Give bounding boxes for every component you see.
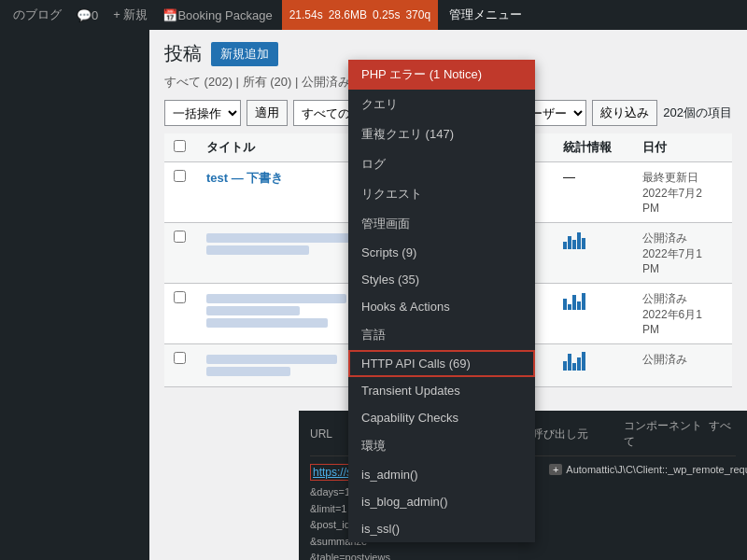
row-date: 公開済み 2022年7月1 PM bbox=[633, 223, 732, 284]
row-checkbox bbox=[164, 284, 197, 344]
caller-col-header: 呼び出し元 bbox=[532, 427, 605, 442]
col-checkbox bbox=[164, 133, 197, 162]
debug-queries: 370q bbox=[405, 8, 430, 21]
select-all-checkbox[interactable] bbox=[174, 140, 186, 152]
dropdown-item-capability[interactable]: Capability Checks bbox=[348, 404, 535, 431]
row-checkbox bbox=[164, 344, 197, 387]
date-value: 2022年7月2 bbox=[642, 186, 723, 202]
dropdown-item-hooks[interactable]: Hooks & Actions bbox=[348, 293, 535, 320]
dropdown-item-duplicate-query[interactable]: 重複クエリ (147) bbox=[348, 119, 535, 149]
new-post-btn[interactable]: + 新規 bbox=[107, 0, 153, 30]
comment-icon[interactable]: 💬 0 bbox=[71, 0, 104, 30]
date-value: 2022年7月1 bbox=[642, 246, 723, 262]
bar-2 bbox=[568, 354, 571, 371]
admin-menu[interactable]: 管理メニュー bbox=[442, 0, 529, 30]
page-title: 投稿 bbox=[164, 41, 202, 66]
debug-query-time: 0.25s bbox=[373, 8, 400, 21]
dropdown-item-http-api[interactable]: HTTP API Calls (69) bbox=[348, 350, 535, 377]
row-select-checkbox[interactable] bbox=[174, 231, 186, 243]
blurred-title bbox=[206, 355, 337, 364]
caller-header-label: 呼び出し元 bbox=[532, 427, 588, 441]
date-label: 公開済み bbox=[642, 352, 723, 368]
bar-2 bbox=[568, 304, 571, 310]
dropdown-item-is-blog-admin[interactable]: is_blog_admin() bbox=[348, 488, 535, 515]
row-date: 公開済み 2022年6月1 PM bbox=[633, 284, 732, 344]
dropdown-item-language[interactable]: 言語 bbox=[348, 320, 535, 350]
item-count: 202個の項目 bbox=[663, 105, 732, 121]
bar-3 bbox=[572, 295, 576, 310]
url-header-label: URL bbox=[310, 427, 332, 441]
row-stats bbox=[554, 344, 633, 387]
filter-button[interactable]: 絞り込み bbox=[592, 100, 657, 126]
apply-button[interactable]: 適用 bbox=[247, 100, 288, 126]
dropdown-item-log[interactable]: ログ bbox=[348, 149, 535, 179]
dropdown-item-is-admin[interactable]: is_admin() bbox=[348, 461, 535, 488]
blurred-title-2 bbox=[206, 306, 300, 315]
blurred-title bbox=[206, 294, 346, 303]
debug-time: 21.54s bbox=[289, 8, 323, 21]
admin-bar: のブログ 💬 0 + 新規 📅 Booking Package 21.54s 2… bbox=[0, 0, 747, 30]
stats-bar bbox=[563, 352, 624, 371]
bar-1 bbox=[563, 299, 567, 310]
bar-4 bbox=[577, 357, 581, 371]
sidebar bbox=[0, 30, 149, 560]
row-date: 最終更新日 2022年7月2 PM bbox=[633, 162, 732, 223]
date-label: 公開済み bbox=[642, 291, 723, 307]
main-content: 投稿 新規追加 すべて (202) | 所有 (20) | 公開済み (198)… bbox=[0, 30, 747, 560]
post-title-link[interactable]: test — 下書き bbox=[206, 171, 283, 185]
date-time: PM bbox=[642, 202, 723, 215]
dropdown-item-transient[interactable]: Transient Updates bbox=[348, 377, 535, 404]
row-checkbox bbox=[164, 223, 197, 284]
bar-4 bbox=[577, 301, 581, 310]
bar-3 bbox=[572, 363, 576, 371]
col-date: 日付 bbox=[633, 133, 732, 162]
dropdown-item-php-error[interactable]: PHP エラー (1 Notice) bbox=[348, 60, 535, 90]
booking-package-menu[interactable]: 📅 Booking Package bbox=[157, 0, 277, 30]
blurred-title-2 bbox=[206, 367, 290, 376]
caller-expand-btn[interactable]: + bbox=[549, 464, 562, 475]
bar-5 bbox=[582, 352, 585, 371]
blurred-title-2 bbox=[206, 245, 309, 255]
dropdown-item-environment[interactable]: 環境 bbox=[348, 431, 535, 461]
dropdown-item-request[interactable]: リクエスト bbox=[348, 179, 535, 209]
bar-1 bbox=[563, 242, 567, 249]
col-stats: 統計情報 bbox=[554, 133, 633, 162]
dropdown-item-admin[interactable]: 管理画面 bbox=[348, 209, 535, 239]
row-stats bbox=[554, 223, 633, 284]
blurred-title bbox=[206, 233, 356, 243]
debug-dropdown-menu: PHP エラー (1 Notice) クエリ 重複クエリ (147) ログ リク… bbox=[348, 60, 535, 542]
row-date: 公開済み bbox=[633, 344, 732, 387]
row-stats: — bbox=[554, 162, 633, 223]
debug-bar[interactable]: 21.54s 28.6MB 0.25s 370q bbox=[282, 0, 438, 30]
dropdown-item-scripts[interactable]: Scripts (9) bbox=[348, 239, 535, 266]
component-col-header: コンポーネント すべて bbox=[624, 418, 736, 450]
row-select-checkbox[interactable] bbox=[174, 291, 186, 303]
debug-memory: 28.6MB bbox=[329, 8, 367, 21]
blurred-title-3 bbox=[206, 318, 328, 328]
stats-bar bbox=[563, 291, 624, 310]
dropdown-item-is-ssl[interactable]: is_ssl() bbox=[348, 515, 535, 542]
date-value: 2022年6月1 bbox=[642, 307, 723, 323]
date-label: 最終更新日 bbox=[642, 170, 723, 186]
page-content: 投稿 新規追加 すべて (202) | 所有 (20) | 公開済み (198)… bbox=[149, 30, 747, 560]
date-time: PM bbox=[642, 262, 723, 275]
row-select-checkbox[interactable] bbox=[174, 170, 186, 182]
caller-cell: + Automattic\J\C\Client::_wp_remote_requ… bbox=[549, 464, 747, 475]
row-checkbox bbox=[164, 162, 197, 223]
blog-name[interactable]: のブログ bbox=[7, 0, 67, 30]
new-add-button[interactable]: 新規追加 bbox=[211, 42, 278, 66]
bar-1 bbox=[563, 361, 567, 371]
row-select-checkbox[interactable] bbox=[174, 352, 186, 364]
date-label: 公開済み bbox=[642, 231, 723, 246]
dropdown-item-styles[interactable]: Styles (35) bbox=[348, 266, 535, 293]
date-time: PM bbox=[642, 323, 723, 336]
stats-bar bbox=[563, 231, 624, 249]
dropdown-item-query[interactable]: クエリ bbox=[348, 90, 535, 119]
bulk-action-select[interactable]: 一括操作 bbox=[164, 100, 241, 126]
component-header-label: コンポーネント bbox=[624, 419, 702, 432]
bar-5 bbox=[582, 293, 585, 310]
bar-3 bbox=[572, 240, 576, 249]
bar-4 bbox=[577, 232, 581, 249]
caller-text: Automattic\J\C\Client::_wp_remote_reques… bbox=[566, 464, 747, 475]
row-stats bbox=[554, 284, 633, 344]
